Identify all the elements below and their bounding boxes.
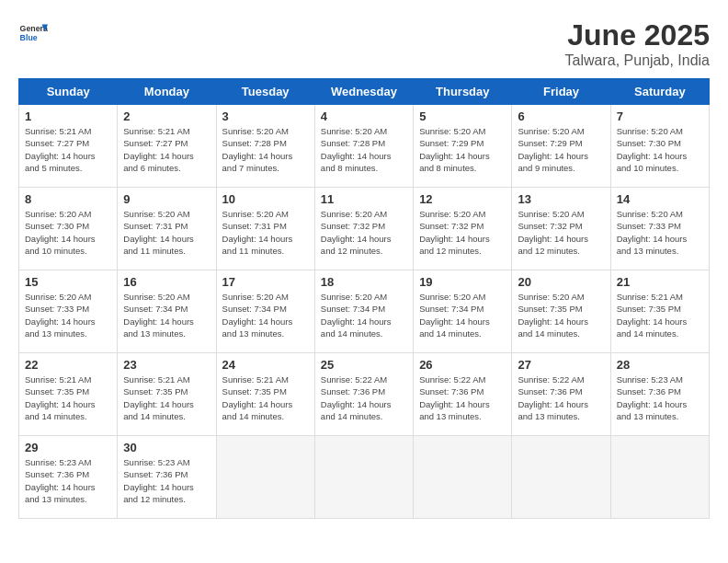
day-info: Sunrise: 5:20 AMSunset: 7:34 PMDaylight:…	[321, 291, 407, 339]
day-info: Sunrise: 5:23 AMSunset: 7:36 PMDaylight:…	[617, 373, 703, 422]
page-header: General Blue June 2025 Talwara, Punjab, …	[18, 18, 710, 69]
day-info: Sunrise: 5:20 AMSunset: 7:29 PMDaylight:…	[419, 125, 506, 174]
header-sunday: Sunday	[19, 79, 118, 105]
week-row-1: 1Sunrise: 5:21 AMSunset: 7:27 PMDaylight…	[19, 105, 710, 188]
calendar-body: 1Sunrise: 5:21 AMSunset: 7:27 PMDaylight…	[19, 105, 710, 519]
day-cell-15: 15Sunrise: 5:20 AMSunset: 7:33 PMDayligh…	[19, 270, 118, 353]
day-cell-21: 21Sunrise: 5:21 AMSunset: 7:35 PMDayligh…	[610, 270, 709, 353]
day-number: 5	[419, 109, 506, 123]
day-number: 6	[518, 109, 604, 123]
day-number: 2	[123, 109, 210, 123]
day-info: Sunrise: 5:20 AMSunset: 7:31 PMDaylight:…	[123, 208, 210, 257]
day-cell-8: 8Sunrise: 5:20 AMSunset: 7:30 PMDaylight…	[19, 188, 118, 270]
day-cell-1: 1Sunrise: 5:21 AMSunset: 7:27 PMDaylight…	[19, 105, 118, 188]
day-info: Sunrise: 5:20 AMSunset: 7:31 PMDaylight:…	[222, 208, 309, 257]
day-cell-empty	[216, 436, 314, 519]
week-row-3: 15Sunrise: 5:20 AMSunset: 7:33 PMDayligh…	[19, 270, 710, 353]
day-cell-7: 7Sunrise: 5:20 AMSunset: 7:30 PMDaylight…	[610, 105, 709, 188]
day-info: Sunrise: 5:20 AMSunset: 7:33 PMDaylight:…	[617, 208, 703, 257]
day-number: 10	[222, 192, 309, 206]
day-info: Sunrise: 5:21 AMSunset: 7:27 PMDaylight:…	[123, 125, 210, 174]
header-wednesday: Wednesday	[314, 79, 413, 105]
day-cell-empty	[610, 436, 709, 519]
day-cell-20: 20Sunrise: 5:20 AMSunset: 7:35 PMDayligh…	[512, 270, 610, 353]
day-cell-26: 26Sunrise: 5:22 AMSunset: 7:36 PMDayligh…	[414, 353, 512, 436]
day-number: 8	[25, 192, 111, 206]
day-info: Sunrise: 5:21 AMSunset: 7:35 PMDaylight:…	[123, 373, 210, 422]
day-info: Sunrise: 5:22 AMSunset: 7:36 PMDaylight:…	[518, 373, 604, 422]
day-info: Sunrise: 5:20 AMSunset: 7:34 PMDaylight:…	[123, 291, 210, 339]
day-cell-16: 16Sunrise: 5:20 AMSunset: 7:34 PMDayligh…	[118, 270, 216, 353]
day-number: 16	[123, 275, 210, 289]
day-number: 28	[617, 358, 703, 372]
day-info: Sunrise: 5:20 AMSunset: 7:32 PMDaylight:…	[518, 208, 604, 257]
day-info: Sunrise: 5:23 AMSunset: 7:36 PMDaylight:…	[123, 456, 210, 505]
day-cell-24: 24Sunrise: 5:21 AMSunset: 7:35 PMDayligh…	[216, 353, 314, 436]
day-info: Sunrise: 5:20 AMSunset: 7:34 PMDaylight:…	[419, 291, 506, 339]
day-info: Sunrise: 5:22 AMSunset: 7:36 PMDaylight:…	[419, 373, 506, 422]
day-info: Sunrise: 5:20 AMSunset: 7:32 PMDaylight:…	[321, 208, 407, 257]
calendar-subtitle: Talwara, Punjab, India	[565, 52, 710, 69]
day-number: 1	[25, 109, 111, 123]
day-cell-23: 23Sunrise: 5:21 AMSunset: 7:35 PMDayligh…	[118, 353, 216, 436]
week-row-2: 8Sunrise: 5:20 AMSunset: 7:30 PMDaylight…	[19, 188, 710, 270]
day-cell-18: 18Sunrise: 5:20 AMSunset: 7:34 PMDayligh…	[314, 270, 413, 353]
day-cell-4: 4Sunrise: 5:20 AMSunset: 7:28 PMDaylight…	[314, 105, 413, 188]
day-info: Sunrise: 5:20 AMSunset: 7:30 PMDaylight:…	[617, 125, 703, 174]
day-number: 27	[518, 358, 604, 372]
svg-text:Blue: Blue	[20, 33, 38, 42]
day-info: Sunrise: 5:22 AMSunset: 7:36 PMDaylight:…	[321, 373, 407, 422]
day-number: 14	[617, 192, 703, 206]
logo-icon: General Blue	[18, 18, 48, 48]
day-cell-5: 5Sunrise: 5:20 AMSunset: 7:29 PMDaylight…	[414, 105, 512, 188]
day-info: Sunrise: 5:20 AMSunset: 7:34 PMDaylight:…	[222, 291, 309, 339]
day-cell-25: 25Sunrise: 5:22 AMSunset: 7:36 PMDayligh…	[314, 353, 413, 436]
day-number: 4	[321, 109, 407, 123]
logo: General Blue	[18, 18, 48, 48]
day-cell-empty	[414, 436, 512, 519]
day-number: 20	[518, 275, 604, 289]
day-number: 22	[25, 358, 111, 372]
day-info: Sunrise: 5:21 AMSunset: 7:35 PMDaylight:…	[617, 291, 703, 339]
day-cell-17: 17Sunrise: 5:20 AMSunset: 7:34 PMDayligh…	[216, 270, 314, 353]
day-number: 29	[25, 441, 111, 454]
day-cell-12: 12Sunrise: 5:20 AMSunset: 7:32 PMDayligh…	[414, 188, 512, 270]
day-cell-10: 10Sunrise: 5:20 AMSunset: 7:31 PMDayligh…	[216, 188, 314, 270]
day-cell-3: 3Sunrise: 5:20 AMSunset: 7:28 PMDaylight…	[216, 105, 314, 188]
day-number: 11	[321, 192, 407, 206]
day-cell-29: 29Sunrise: 5:23 AMSunset: 7:36 PMDayligh…	[19, 436, 118, 519]
day-number: 3	[222, 109, 309, 123]
week-row-4: 22Sunrise: 5:21 AMSunset: 7:35 PMDayligh…	[19, 353, 710, 436]
day-cell-11: 11Sunrise: 5:20 AMSunset: 7:32 PMDayligh…	[314, 188, 413, 270]
header-saturday: Saturday	[610, 79, 709, 105]
day-number: 9	[123, 192, 210, 206]
day-cell-13: 13Sunrise: 5:20 AMSunset: 7:32 PMDayligh…	[512, 188, 610, 270]
day-number: 23	[123, 358, 210, 372]
calendar-title: June 2025	[565, 18, 710, 52]
day-cell-30: 30Sunrise: 5:23 AMSunset: 7:36 PMDayligh…	[118, 436, 216, 519]
header-monday: Monday	[118, 79, 216, 105]
day-info: Sunrise: 5:21 AMSunset: 7:27 PMDaylight:…	[25, 125, 111, 174]
day-number: 25	[321, 358, 407, 372]
day-info: Sunrise: 5:20 AMSunset: 7:30 PMDaylight:…	[25, 208, 111, 257]
day-number: 15	[25, 275, 111, 289]
day-info: Sunrise: 5:21 AMSunset: 7:35 PMDaylight:…	[25, 373, 111, 422]
day-number: 7	[617, 109, 703, 123]
day-info: Sunrise: 5:21 AMSunset: 7:35 PMDaylight:…	[222, 373, 309, 422]
header-thursday: Thursday	[414, 79, 512, 105]
day-cell-14: 14Sunrise: 5:20 AMSunset: 7:33 PMDayligh…	[610, 188, 709, 270]
day-info: Sunrise: 5:20 AMSunset: 7:29 PMDaylight:…	[518, 125, 604, 174]
day-info: Sunrise: 5:20 AMSunset: 7:28 PMDaylight:…	[321, 125, 407, 174]
day-cell-19: 19Sunrise: 5:20 AMSunset: 7:34 PMDayligh…	[414, 270, 512, 353]
day-cell-27: 27Sunrise: 5:22 AMSunset: 7:36 PMDayligh…	[512, 353, 610, 436]
week-row-5: 29Sunrise: 5:23 AMSunset: 7:36 PMDayligh…	[19, 436, 710, 519]
header-tuesday: Tuesday	[216, 79, 314, 105]
day-cell-6: 6Sunrise: 5:20 AMSunset: 7:29 PMDaylight…	[512, 105, 610, 188]
day-number: 26	[419, 358, 506, 372]
day-info: Sunrise: 5:20 AMSunset: 7:32 PMDaylight:…	[419, 208, 506, 257]
day-cell-2: 2Sunrise: 5:21 AMSunset: 7:27 PMDaylight…	[118, 105, 216, 188]
calendar-table: Sunday Monday Tuesday Wednesday Thursday…	[18, 78, 710, 519]
day-number: 13	[518, 192, 604, 206]
day-cell-22: 22Sunrise: 5:21 AMSunset: 7:35 PMDayligh…	[19, 353, 118, 436]
day-info: Sunrise: 5:20 AMSunset: 7:33 PMDaylight:…	[25, 291, 111, 339]
